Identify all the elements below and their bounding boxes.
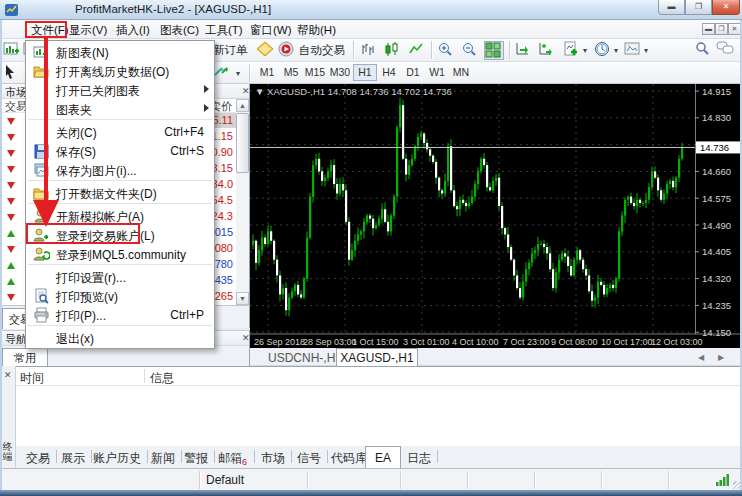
file-menu-item-3[interactable]: 图表夹 [26, 99, 214, 118]
file-menu-item-16[interactable]: 打印预览(v) [26, 286, 214, 305]
menu-6[interactable]: 帮助(H) [297, 23, 336, 38]
file-menu-item-5[interactable]: 关闭(C)Ctrl+F4 [26, 122, 214, 141]
file-menu-item-7[interactable]: 保存为图片(i)... [26, 160, 214, 179]
minimize-button[interactable]: ▬ [658, 0, 685, 15]
chart-tab-usdcnh[interactable]: USDCNH-,H1 [268, 351, 342, 365]
file-menu-item-0[interactable]: 新图表(N) [26, 42, 214, 61]
market-watch-close-icon[interactable]: ✕ [242, 87, 250, 96]
indicators-button[interactable] [563, 41, 583, 60]
timeframe-M30[interactable]: M30 [328, 64, 352, 81]
column-divider[interactable] [144, 369, 145, 383]
candlestick-button[interactable] [384, 41, 404, 60]
terminal-tab-2[interactable]: 账户历史 [93, 450, 141, 467]
tab-separator [254, 450, 255, 463]
status-cell-divider [199, 471, 200, 489]
indicators-caret[interactable]: ▾ [583, 46, 587, 55]
status-cell-divider [467, 471, 468, 489]
menu-5[interactable]: 窗口(W) [250, 23, 292, 38]
terminal-tab-10[interactable]: 日志 [407, 450, 431, 467]
terminal-tab-5[interactable]: 邮箱6 [218, 450, 247, 467]
terminal-tab-0[interactable]: 交易 [26, 450, 50, 467]
templates-caret[interactable]: ▾ [644, 46, 648, 55]
file-menu-item-17[interactable]: 打印(P)...Ctrl+P [26, 305, 214, 324]
scroll-up-icon[interactable]: ▲ [236, 99, 249, 112]
navigator-close-icon[interactable]: ✕ [242, 334, 250, 343]
mdi-btn-1[interactable]: ❐ [715, 23, 728, 35]
periods-button[interactable] [594, 41, 614, 60]
tab-scroll-right-icon[interactable]: ▶ [718, 353, 724, 362]
tab-separator [327, 450, 328, 463]
scrollbar-thumb[interactable] [236, 113, 249, 173]
svg-text:10 Oct 17:00: 10 Oct 17:00 [601, 337, 653, 347]
terminal-close-icon[interactable]: ✕ [4, 371, 12, 380]
timeframe-D1[interactable]: D1 [401, 64, 425, 81]
price-down-icon [7, 150, 15, 157]
terminal-tab-1[interactable]: 展示 [61, 450, 85, 467]
tile-windows-button[interactable] [484, 41, 504, 60]
navigator-tab-common[interactable]: 常用 [2, 348, 48, 367]
preview-icon [33, 288, 48, 303]
price-value: 5.11 [212, 114, 233, 126]
community-chat-button[interactable] [716, 41, 736, 60]
tab-scroll-left-icon[interactable]: ◀ [698, 353, 704, 362]
file-menu-item-19[interactable]: 退出(x) [26, 328, 214, 347]
window-left-border [0, 20, 2, 490]
terminal-tab-4[interactable]: 警报 [184, 450, 208, 467]
file-menu-item-2[interactable]: 打开已关闭图表 [26, 80, 214, 99]
terminal-tab-6[interactable]: 市场 [261, 450, 285, 467]
templates-button[interactable] [624, 41, 644, 60]
timeframe-M15[interactable]: M15 [303, 64, 327, 81]
new-order-button[interactable]: 新订单 [213, 43, 248, 58]
menu-3[interactable]: 图表(C) [160, 23, 199, 38]
timeframe-W1[interactable]: W1 [425, 64, 449, 81]
timeframe-M1[interactable]: M1 [255, 64, 279, 81]
file-menu-item-15[interactable]: 打印设置(r)... [26, 267, 214, 286]
svg-text:12 Oct 03:00: 12 Oct 03:00 [651, 337, 703, 347]
menu-2[interactable]: 插入(I) [116, 23, 150, 38]
unread-badge: 6 [242, 457, 247, 467]
line-chart-button[interactable] [408, 41, 428, 60]
terminal-tab-3[interactable]: 新闻 [151, 450, 175, 467]
market-watch-scrollbar[interactable]: ▲ ▼ [236, 99, 249, 305]
terminal-tab-7[interactable]: 信号 [297, 450, 321, 467]
terminal-panel: 时间 信息 [0, 366, 742, 446]
bar-chart-button[interactable] [360, 41, 380, 60]
tab-separator [291, 450, 292, 463]
periods-caret[interactable]: ▾ [614, 46, 618, 55]
mdi-btn-0[interactable]: ▬ [702, 23, 715, 35]
tab-separator [181, 450, 182, 463]
zoom-in-button[interactable] [437, 41, 457, 60]
autotrading-icon[interactable] [278, 41, 298, 60]
file-menu-item-1[interactable]: 打开离线历史数据(O) [26, 61, 214, 80]
menu-4[interactable]: 工具(T) [205, 23, 243, 38]
close-button[interactable]: ✕ [712, 0, 740, 15]
terminal-tab-8[interactable]: 代码库 [331, 450, 367, 467]
file-menu-item-6[interactable]: 保存(S)Ctrl+S [26, 141, 214, 160]
svg-text:26 Sep 2018: 26 Sep 2018 [254, 337, 305, 347]
metaeditor-icon[interactable] [256, 41, 276, 60]
menu-1[interactable]: 显示(V) [69, 23, 107, 38]
timeframe-MN[interactable]: MN [449, 64, 473, 81]
price-up-icon [7, 262, 15, 269]
cursor-button[interactable] [3, 64, 23, 83]
autotrading-button[interactable]: 自动交易 [299, 43, 345, 58]
maximize-button[interactable]: ❐ [685, 0, 712, 15]
svg-text:14.915: 14.915 [702, 86, 731, 97]
chart-shift-button[interactable] [537, 41, 557, 60]
zoom-out-button[interactable] [461, 41, 481, 60]
timeframe-H4[interactable]: H4 [377, 64, 401, 81]
file-menu-item-13[interactable]: 登录到MQL5.community [26, 244, 214, 263]
auto-scroll-button[interactable] [514, 41, 534, 60]
terminal-tab-EA[interactable]: EA [365, 446, 401, 468]
symbols-tool-button[interactable] [213, 64, 233, 83]
timeframe-H1[interactable]: H1 [353, 64, 377, 81]
scroll-down-icon[interactable]: ▼ [236, 292, 249, 305]
timeframe-M5[interactable]: M5 [279, 64, 303, 81]
symbols-caret[interactable]: ▾ [236, 69, 240, 78]
chart-tab-xagusd[interactable]: XAGUSD-,H1 [336, 348, 418, 366]
search-button[interactable] [694, 41, 714, 60]
price-chart[interactable]: 14.91514.83014.74514.66014.57514.49014.4… [250, 84, 742, 348]
annotation-arrow-line [44, 38, 48, 201]
new-chart-button[interactable] [3, 41, 23, 60]
header-underline [16, 385, 742, 386]
